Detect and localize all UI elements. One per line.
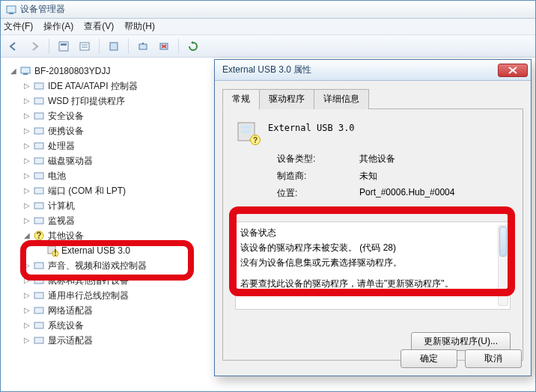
dialog-titlebar: External USB 3.0 属性 xyxy=(215,60,531,81)
expand-icon[interactable]: ▷ xyxy=(22,168,31,183)
tree-label: IDE ATA/ATAPI 控制器 xyxy=(48,79,138,94)
app-icon xyxy=(5,4,17,16)
svg-rect-23 xyxy=(34,218,43,224)
device-type-value: 其他设备 xyxy=(359,153,395,165)
window-title: 设备管理器 xyxy=(20,3,65,16)
location-value: Port_#0006.Hub_#0004 xyxy=(359,187,454,200)
category-icon xyxy=(33,140,45,152)
category-icon xyxy=(33,80,45,92)
expand-icon[interactable]: ▷ xyxy=(22,198,31,213)
annotation-highlight xyxy=(20,240,194,281)
tree-label: 网络适配器 xyxy=(48,303,93,318)
status-line: 若要查找此设备的驱动程序，请单击"更新驱动程序"。 xyxy=(240,276,505,291)
menu-help[interactable]: 帮助(H) xyxy=(124,20,155,33)
category-icon xyxy=(33,215,45,227)
svg-rect-18 xyxy=(34,143,43,149)
menu-file[interactable]: 文件(F) xyxy=(4,20,33,33)
menu-view[interactable]: 查看(V) xyxy=(84,20,114,33)
category-icon xyxy=(33,95,45,107)
svg-rect-20 xyxy=(34,173,43,179)
menu-action[interactable]: 操作(A) xyxy=(43,20,73,33)
svg-rect-15 xyxy=(34,98,43,104)
menubar: 文件(F) 操作(A) 查看(V) 帮助(H) xyxy=(1,19,535,35)
svg-rect-3 xyxy=(61,43,67,46)
expand-icon[interactable]: ▷ xyxy=(22,333,31,348)
svg-rect-17 xyxy=(34,128,43,134)
category-icon xyxy=(33,155,45,167)
svg-rect-14 xyxy=(34,83,43,89)
properties-dialog: External USB 3.0 属性 常规 驱动程序 详细信息 ? Exter… xyxy=(214,59,532,376)
tree-label: 端口 (COM 和 LPT) xyxy=(48,183,126,198)
tab-general[interactable]: 常规 xyxy=(222,89,260,109)
category-icon xyxy=(33,334,45,346)
toolbar-properties-button[interactable] xyxy=(76,38,93,55)
svg-rect-13 xyxy=(23,73,28,75)
row-manufacturer: 制造商: 未知 xyxy=(277,170,511,183)
svg-rect-22 xyxy=(34,203,43,209)
cancel-button[interactable]: 取消 xyxy=(465,349,522,368)
svg-rect-8 xyxy=(139,44,147,49)
category-icon xyxy=(33,290,45,301)
category-icon xyxy=(33,185,45,197)
category-icon xyxy=(33,170,45,182)
close-button[interactable] xyxy=(498,64,528,77)
nav-back-button[interactable] xyxy=(5,38,22,55)
tab-strip: 常规 驱动程序 详细信息 xyxy=(222,88,523,109)
expand-icon[interactable]: ▷ xyxy=(22,288,31,303)
expand-icon[interactable]: ▷ xyxy=(22,213,31,228)
expand-icon[interactable]: ▷ xyxy=(22,79,31,94)
svg-rect-7 xyxy=(110,43,118,50)
category-icon xyxy=(33,110,45,122)
toolbar-update-button[interactable] xyxy=(185,38,201,55)
expand-icon[interactable]: ▷ xyxy=(22,183,31,198)
device-manager-window: 设备管理器 文件(F) 操作(A) 查看(V) 帮助(H) ◢ BF-20180… xyxy=(0,0,536,392)
expand-icon[interactable]: ▷ xyxy=(22,303,31,318)
update-driver-button[interactable]: 更新驱动程序(U)... xyxy=(411,332,511,351)
expand-icon[interactable]: ▷ xyxy=(22,138,31,153)
svg-rect-0 xyxy=(7,6,16,13)
tree-label: WSD 打印提供程序 xyxy=(48,94,125,108)
svg-rect-31 xyxy=(34,293,43,298)
svg-rect-19 xyxy=(34,158,43,164)
toolbar-scan-button[interactable] xyxy=(135,38,151,55)
device-large-icon: ? xyxy=(235,120,259,144)
tab-panel-general: ? External USB 3.0 设备类型: 其他设备 制造商: 未知 位置… xyxy=(222,109,523,361)
tree-label: 安全设备 xyxy=(48,108,84,123)
svg-rect-16 xyxy=(34,113,43,119)
device-name: External USB 3.0 xyxy=(268,120,355,144)
category-icon xyxy=(33,304,45,316)
tab-details[interactable]: 详细信息 xyxy=(314,89,369,109)
tab-driver[interactable]: 驱动程序 xyxy=(259,89,314,109)
device-status-box: 设备状态 该设备的驱动程序未被安装。 (代码 28) 没有为设备信息集或元素选择… xyxy=(235,221,511,310)
status-line: 该设备的驱动程序未被安装。 (代码 28) xyxy=(240,240,505,255)
svg-rect-39 xyxy=(241,130,252,133)
toolbar-action-button[interactable] xyxy=(55,38,72,55)
svg-rect-4 xyxy=(80,43,89,50)
category-icon xyxy=(33,200,45,212)
tree-label: 系统设备 xyxy=(48,318,84,333)
svg-rect-34 xyxy=(34,337,43,343)
expand-icon[interactable]: ▷ xyxy=(22,318,31,333)
svg-rect-12 xyxy=(21,67,30,73)
titlebar: 设备管理器 xyxy=(1,1,535,19)
toolbar xyxy=(1,35,535,58)
tree-label: 处理器 xyxy=(48,138,75,153)
dialog-title: External USB 3.0 属性 xyxy=(218,64,498,76)
toolbar-help-button[interactable] xyxy=(106,38,122,55)
question-badge-icon: ? xyxy=(250,135,261,145)
expand-icon[interactable]: ▷ xyxy=(22,94,31,108)
svg-rect-33 xyxy=(34,322,43,328)
expand-icon[interactable]: ▷ xyxy=(22,123,31,138)
expand-icon[interactable]: ▷ xyxy=(22,108,31,123)
toolbar-uninstall-button[interactable] xyxy=(156,38,172,55)
ok-button[interactable]: 确定 xyxy=(401,349,457,368)
status-title: 设备状态 xyxy=(240,225,505,240)
dialog-buttons: 确定 取消 xyxy=(401,349,522,368)
expand-icon[interactable]: ▷ xyxy=(22,153,31,168)
tree-label: 便携设备 xyxy=(48,123,84,138)
tree-label: 磁盘驱动器 xyxy=(48,153,93,168)
nav-forward-button[interactable] xyxy=(26,38,43,55)
row-location: 位置: Port_#0006.Hub_#0004 xyxy=(277,187,511,200)
svg-rect-38 xyxy=(241,126,252,129)
collapse-icon[interactable]: ◢ xyxy=(9,64,18,79)
